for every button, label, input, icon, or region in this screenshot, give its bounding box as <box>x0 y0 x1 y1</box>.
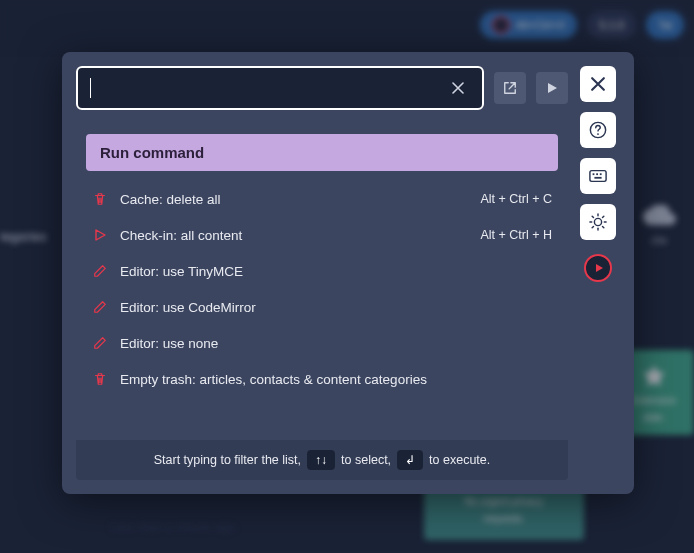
footer-part3: to execute. <box>429 453 490 467</box>
svg-line-13 <box>603 227 604 228</box>
command-label: Editor: use TinyMCE <box>120 264 552 279</box>
svg-rect-4 <box>596 173 598 175</box>
bg-pill3-text: Tal <box>658 19 672 31</box>
command-list-scroll[interactable]: Run command Cache: delete allAlt + Ctrl … <box>76 124 568 440</box>
pencil-icon <box>92 335 108 351</box>
bg-g1-l2: date. <box>643 412 665 423</box>
record-dot-icon <box>492 16 510 34</box>
keyboard-icon <box>589 169 607 183</box>
close-icon <box>452 82 464 94</box>
command-shortcut: Alt + Ctrl + C <box>480 192 552 206</box>
bg-top-bar: All+Ctrl+X 5.1.0 Tal <box>0 0 694 50</box>
record-icon <box>584 254 612 282</box>
svg-point-1 <box>597 133 599 135</box>
trash-icon <box>92 191 108 207</box>
star-icon <box>641 363 667 389</box>
svg-rect-2 <box>590 171 606 182</box>
svg-rect-6 <box>594 177 601 179</box>
run-button[interactable] <box>536 72 568 104</box>
command-list: Cache: delete allAlt + Ctrl + CCheck-in:… <box>86 181 558 397</box>
footer-hint: Start typing to filter the list, ↑↓ to s… <box>76 440 568 480</box>
theme-button[interactable] <box>580 204 616 240</box>
command-label: Cache: delete all <box>120 192 468 207</box>
svg-line-12 <box>592 216 593 217</box>
search-row <box>76 66 568 110</box>
footer-part2: to select, <box>341 453 391 467</box>
clear-search-button[interactable] <box>452 82 472 94</box>
pencil-icon <box>92 299 108 315</box>
bg-pill-shortcut: All+Ctrl+X <box>480 11 578 39</box>
modal-side-buttons <box>580 66 620 480</box>
cloud-icon <box>641 205 677 229</box>
bg-bottom-text: Less than a minute ago. <box>110 520 238 534</box>
external-link-icon <box>503 81 517 95</box>
help-button[interactable] <box>580 112 616 148</box>
command-row[interactable]: Editor: use none <box>86 325 558 361</box>
modal-main-column: Run command Cache: delete allAlt + Ctrl … <box>76 66 568 480</box>
command-row[interactable]: Empty trash: articles, contacts & conten… <box>86 361 558 397</box>
svg-point-7 <box>594 218 601 225</box>
command-row[interactable]: Check-in: all contentAlt + Ctrl + H <box>86 217 558 253</box>
bg-pill-version: 5.1.0 <box>587 11 635 39</box>
pencil-icon <box>92 263 108 279</box>
footer-part1: Start typing to filter the list, <box>154 453 301 467</box>
command-list-wrap: Run command Cache: delete allAlt + Ctrl … <box>76 124 568 480</box>
bg-pill2-text: 5.1.0 <box>599 19 623 31</box>
play-icon <box>546 82 558 94</box>
svg-line-15 <box>592 227 593 228</box>
help-icon <box>589 121 607 139</box>
arrow-keys-hint: ↑↓ <box>307 450 335 470</box>
search-input[interactable] <box>91 68 452 108</box>
enter-key-hint: ↲ <box>397 450 423 470</box>
bg-pill1-text: All+Ctrl+X <box>516 19 566 31</box>
svg-rect-3 <box>593 173 595 175</box>
brightness-icon <box>589 213 607 231</box>
command-label: Editor: use none <box>120 336 552 351</box>
trash-icon <box>92 371 108 387</box>
bg-g1-l1: Extension <box>632 395 676 406</box>
record-button[interactable] <box>580 250 616 286</box>
bg-sidebar-label: tegories <box>0 230 47 244</box>
close-modal-button[interactable] <box>580 66 616 102</box>
bg-cloud-label: che <box>651 235 667 246</box>
section-header-run-command: Run command <box>86 134 558 171</box>
close-icon <box>591 77 605 91</box>
svg-line-14 <box>603 216 604 217</box>
command-palette-modal: Run command Cache: delete allAlt + Ctrl … <box>62 52 634 494</box>
keyboard-button[interactable] <box>580 158 616 194</box>
command-shortcut: Alt + Ctrl + H <box>480 228 552 242</box>
play-icon <box>92 227 108 243</box>
svg-rect-5 <box>600 173 602 175</box>
search-input-wrap[interactable] <box>76 66 484 110</box>
command-label: Empty trash: articles, contacts & conten… <box>120 372 552 387</box>
command-row[interactable]: Cache: delete allAlt + Ctrl + C <box>86 181 558 217</box>
command-label: Editor: use CodeMirror <box>120 300 552 315</box>
bg-cloud-card: che <box>624 190 694 260</box>
bg-pill-user: Tal <box>646 11 684 39</box>
command-label: Check-in: all content <box>120 228 468 243</box>
bg-g2-l2: requests. <box>483 513 524 524</box>
external-action-button[interactable] <box>494 72 526 104</box>
command-row[interactable]: Editor: use CodeMirror <box>86 289 558 325</box>
command-row[interactable]: Editor: use TinyMCE <box>86 253 558 289</box>
bg-g2-l1: No urgent privacy <box>465 496 543 507</box>
